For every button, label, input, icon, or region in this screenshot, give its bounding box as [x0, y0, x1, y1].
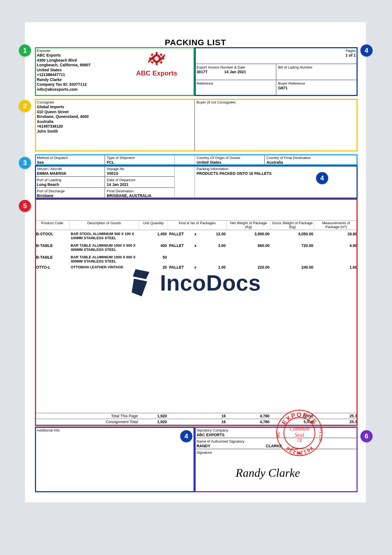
- port-loading-cell: Port of Loading Long Beach: [35, 176, 105, 188]
- th-measurements: Measurements of Package (m³): [314, 221, 358, 230]
- packing-info-label: Packing Information: [197, 167, 356, 171]
- voyage-cell: Voyage No V001S: [105, 165, 175, 176]
- consignment-total-label: Consignment Total: [35, 419, 139, 425]
- row2-kind: PALLET: [168, 242, 189, 253]
- row3-kind: [168, 253, 189, 265]
- pages-cell: Pages 1 of 1: [195, 47, 358, 64]
- totals-block: Total This Page 1,920 16 4,780 5,010 25.…: [35, 413, 358, 425]
- row3-gross: [271, 253, 314, 265]
- authorized-signatory-last: CLARKE: [266, 444, 282, 449]
- row2-gross: 720.00: [271, 242, 314, 253]
- th-product-code: Product Code: [35, 221, 70, 230]
- reference-cell: Reference: [195, 80, 276, 96]
- row1-qty: 1,450: [139, 230, 168, 242]
- row3-net: [227, 253, 271, 265]
- shipment-type-cell: Type of Shipment FCL: [105, 154, 175, 165]
- total-this-page-pkgs: 16: [202, 413, 227, 419]
- consignee-label: Consignee: [37, 100, 193, 105]
- dispatch-method-label: Method of Dispatch: [37, 156, 103, 160]
- bol-label: Bill of Lading Number: [278, 65, 356, 70]
- row1-pkgs: 12.00: [202, 230, 227, 242]
- buyer-ref-value: G871: [278, 86, 356, 91]
- incodocs-logo-icon: [130, 269, 155, 297]
- consignee-phone: +61497336120: [37, 124, 193, 129]
- row3-code: B-TABLE: [35, 253, 70, 265]
- table-header: Product Code Description of Goods Unit Q…: [35, 220, 358, 230]
- document-title: PACKING LIST: [25, 38, 366, 47]
- th-unit-qty: Unit Quantity: [139, 221, 168, 230]
- watermark-text: IncoDocs: [160, 270, 261, 296]
- consignment-total-pkgs: 16: [202, 419, 227, 425]
- buyer-ref-label: Buyer Reference: [278, 81, 356, 86]
- packing-list-page: PACKING LIST Exporter ABC Exports 4300 L…: [25, 22, 366, 502]
- port-discharge-cell: Port of Discharge Brisbane: [35, 188, 105, 199]
- port-loading-label: Port of Loading: [37, 178, 103, 182]
- dispatch-method-value: Sea: [37, 160, 103, 165]
- row1-desc: BAR STOOL ALUMINIUM 500 X 100 X 100MM ST…: [70, 230, 139, 242]
- total-this-page-net: 4,780: [227, 413, 271, 419]
- row2-desc: BAR TABLE ALUMINIUM 1000 X 600 X 400MM S…: [70, 242, 139, 253]
- th-net-weight: Net Weight of Package (Kg): [227, 221, 271, 230]
- signatory-company-value: ABC EXPORTS: [197, 433, 356, 438]
- consignee-cell: Consignee Global Imports 410 Queen Stree…: [35, 99, 195, 152]
- port-loading-value: Long Beach: [37, 182, 103, 187]
- consignee-country: Australia: [37, 119, 193, 124]
- row3-meas: [314, 253, 358, 265]
- authorized-signatory-cell: Name of Authorized Signatory RANDY CLARK…: [195, 438, 358, 449]
- final-destination-label: Final Destination: [107, 189, 173, 193]
- origin-country-cell: Country Of Origin of Goods United States: [195, 154, 264, 165]
- table-row: B-TABLE BAR TABLE ALUMINIUM 1000 X 600 X…: [35, 242, 358, 253]
- consignment-total-row: Consignment Total 1,920 16 4,780 5,010 2…: [35, 419, 358, 425]
- row3-x: [189, 253, 202, 265]
- final-destination-value: BRISBANE, AUSTRALIA: [107, 193, 173, 198]
- buyer-if-not-cell: Buyer (If not Consignee): [195, 99, 358, 152]
- packing-info-value: PRODUCTS PACKED ONTO 16 PALLETS: [197, 171, 356, 176]
- svg-point-1: [154, 56, 159, 60]
- row1-x: x: [189, 230, 202, 242]
- pages-label: Pages: [197, 49, 356, 53]
- table-row: B-TABLE BAR TABLE ALUMINIUM 1000 X 600 X…: [35, 253, 358, 265]
- exporter-contact: Randy Clarke: [37, 77, 193, 82]
- final-destination-country-cell: Country of Final Destination Australia: [264, 154, 358, 165]
- signature-label: Signature: [197, 450, 356, 455]
- row2-net: 660.00: [227, 242, 271, 253]
- port-discharge-value: Brisbane: [37, 193, 103, 198]
- origin-country-value: United States: [197, 160, 263, 165]
- svg-rect-7: [160, 61, 163, 64]
- signatory-company-cell: Signatory Company ABC EXPORTS: [195, 427, 358, 438]
- th-kind-packages: Kind & No of Packages: [168, 221, 227, 230]
- svg-rect-9: [151, 61, 154, 64]
- total-this-page-qty: 1,920: [139, 413, 168, 419]
- svg-rect-8: [160, 53, 163, 56]
- total-this-page-row: Total This Page 1,920 16 4,780 5,010 25.…: [35, 413, 358, 419]
- exporter-taxid: Company Tax ID: 93377112: [37, 82, 193, 87]
- consignee-contact: John Smith: [37, 129, 193, 134]
- table-row: B-STOOL BAR STOOL ALUMINIUM 500 X 100 X …: [35, 230, 358, 242]
- voyage-value: V001S: [107, 171, 173, 176]
- th-gross-weight: Gross Weight of Package (Kg): [271, 221, 314, 230]
- voyage-label: Voyage No: [107, 167, 173, 171]
- buyer-ref-cell: Buyer Reference G871: [276, 80, 358, 96]
- invoice-number: 3017T: [197, 70, 208, 75]
- vessel-value: EMMA MAERSK: [37, 171, 103, 176]
- final-destination-country-label: Country of Final Destination: [266, 156, 356, 160]
- bol-cell: Bill of Lading Number: [276, 64, 358, 80]
- consignment-total-gross: 5,010: [271, 419, 314, 425]
- exporter-email: info@abcexports.com: [37, 87, 193, 92]
- row2-code: B-TABLE: [35, 242, 70, 253]
- row3-desc: BAR TABLE ALUMINIUM 1000 X 600 X 400MM S…: [70, 253, 139, 265]
- signatory-company-label: Signatory Company: [197, 428, 356, 433]
- final-destination-cell: Final Destination BRISBANE, AUSTRALIA: [105, 188, 175, 199]
- consignment-total-net: 4,780: [227, 419, 271, 425]
- total-this-page-gross: 5,010: [271, 413, 314, 419]
- consignment-total-meas: 25.3: [314, 419, 358, 425]
- buyer-if-not-label: Buyer (If not Consignee): [197, 100, 356, 105]
- departure-date-value: 14 Jan 2021: [107, 182, 173, 187]
- row2-pkgs: 3.00: [202, 242, 227, 253]
- total-this-page-label: Total This Page: [35, 413, 139, 419]
- row3-pkgs: [202, 253, 227, 265]
- port-discharge-label: Port of Discharge: [37, 189, 103, 193]
- additional-info-cell: Additional Info: [35, 427, 195, 492]
- pages-value: 1 of 1: [197, 53, 356, 58]
- line-items-table: Product Code Description of Goods Unit Q…: [35, 220, 358, 271]
